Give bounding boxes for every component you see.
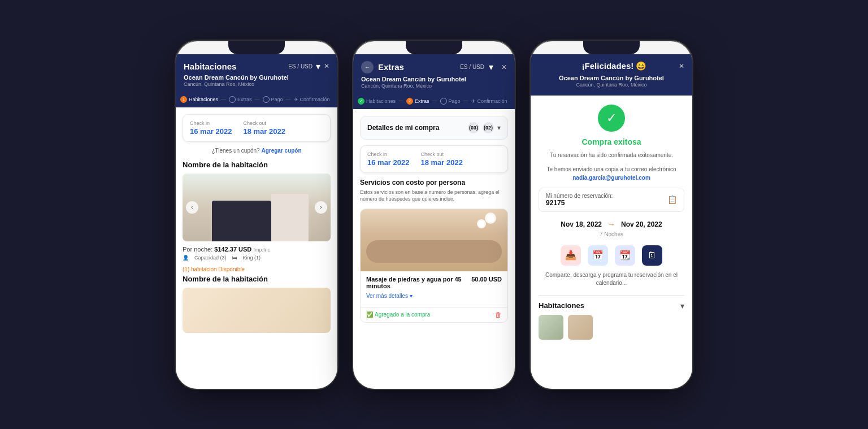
phone2-details-header: Detalles de mi compra (03) (02) ▾ <box>360 116 508 140</box>
phone-screen-2: ← Extras ES / USD ▾ ✕ Ocean Dream Cancún… <box>353 54 515 389</box>
phone2-count2: (02) <box>483 122 494 133</box>
phone2-lang[interactable]: ES / USD <box>460 64 484 70</box>
phone1-controls: ES / USD ▾ ✕ <box>288 61 329 72</box>
phone1-content: Check in 16 mar 2022 Check out 18 mar 20… <box>176 107 337 389</box>
step2-label-4: Confirmación <box>478 98 507 104</box>
phone2-checkout-value: 18 mar 2022 <box>420 158 462 167</box>
phone3-download-button[interactable]: 📥 <box>561 245 581 266</box>
phone1-room1-title: Nombre de la habitación <box>183 161 331 169</box>
phone2-count1: (03) <box>468 122 479 133</box>
phone3-hotel-name: Ocean Dream Cancún by Guruhotel <box>539 75 684 81</box>
phone2-added-text: Agregado a la compra <box>375 311 430 318</box>
phone1-steps: 1 Habitaciones — Extras — Pago — ✈ Confi… <box>176 93 337 107</box>
phone-extras: ← Extras ES / USD ▾ ✕ Ocean Dream Cancún… <box>352 40 516 390</box>
phone3-close-button[interactable]: ✕ <box>679 62 684 70</box>
phone2-service-name: Masaje de piedras y agua por 45 minutos <box>366 276 471 289</box>
phone1-checkin-label: Check in <box>190 120 232 126</box>
phone1-checkout: Check out 18 mar 2022 <box>243 120 285 136</box>
step-sep-3: — <box>286 96 291 103</box>
phone2-dates-card: Check in 16 mar 2022 Check out 18 mar 20… <box>360 145 508 173</box>
phone2-hotel-location: Cancún, Quintana Roo, México <box>361 83 507 89</box>
phone1-room-price: Por noche: $142.37 USD Imp.Inc <box>183 246 331 253</box>
phone2-service-image <box>361 209 507 271</box>
step-pago-1[interactable]: Pago <box>263 96 283 103</box>
phone1-carousel-left[interactable]: ‹ <box>186 201 198 214</box>
step-habitaciones-2[interactable]: ✓ Habitaciones <box>358 98 396 105</box>
phone2-expand-button[interactable]: ▾ <box>497 124 501 132</box>
step-label-4: Confirmación <box>300 97 330 102</box>
phone2-added-label: ✅ Agregado a la compra <box>366 311 430 318</box>
step-confirm-1[interactable]: ✈ Confirmación <box>294 96 330 103</box>
step-dot-1: 1 <box>180 96 187 103</box>
phone1-room1-image: ‹ › <box>183 174 331 241</box>
phone3-calendar1-button[interactable]: 📅 <box>588 245 608 266</box>
phone3-reservation-label: Mi número de reservación: <box>546 193 613 199</box>
phone2-checkin-label: Check in <box>367 151 409 157</box>
confirm-icon-2: ✈ <box>471 98 476 104</box>
step-confirm-2[interactable]: ✈ Confirmación <box>471 98 507 105</box>
phone1-header: Habitaciones ES / USD ▾ ✕ Ocean Dream Ca… <box>176 54 337 93</box>
phone1-coupon-text: ¿Tienes un cupón? <box>211 148 259 154</box>
bed-icon: 🛏 <box>232 255 237 261</box>
phone3-room-thumb-2 <box>568 315 593 340</box>
phone3-copy-button[interactable]: 📋 <box>667 195 677 204</box>
step-dot-2 <box>229 96 236 103</box>
phone2-details-title: Detalles de mi compra <box>367 124 439 132</box>
phone3-email: nadia.garcia@guruhotel.com <box>572 175 650 181</box>
step-habitaciones-1[interactable]: 1 Habitaciones <box>180 96 218 103</box>
chevron-down-icon: ▾ <box>316 61 320 72</box>
phone2-checkout: Check out 18 mar 2022 <box>420 151 462 167</box>
phone1-close-button[interactable]: ✕ <box>324 62 329 70</box>
chevron-down-icon-2: ▾ <box>489 62 493 72</box>
phone3-action-icons: 📥 📅 📆 🗓 <box>539 245 684 266</box>
phone3-success-text2: Te hemos enviado una copia a tu correo e… <box>539 165 684 182</box>
phone3-calendar3-button[interactable]: 🗓 <box>642 245 662 266</box>
phone3-hotel-location: Cancún, Quintana Roo, México <box>539 82 684 88</box>
phone3-success-icon: ✓ <box>598 105 625 132</box>
phone1-coupon-link[interactable]: Agregar cupón <box>261 148 301 154</box>
phone3-calendar2-button[interactable]: 📆 <box>615 245 635 266</box>
phone3-rooms-chevron[interactable]: ▾ <box>680 301 684 310</box>
phone-notch-3 <box>583 41 640 54</box>
step2-label-2: Extras <box>415 98 429 104</box>
step-pago-2[interactable]: Pago <box>440 98 461 105</box>
phone1-room-scene <box>183 174 331 241</box>
phone1-carousel-right[interactable]: › <box>315 201 327 214</box>
phone3-room-thumbs <box>539 315 684 340</box>
phone2-see-more-button[interactable]: Ver más detalles ▾ <box>366 293 502 299</box>
phone2-hotel-name: Ocean Dream Cancún by Guruhotel <box>361 76 507 83</box>
phone3-checkout-date: Nov 20, 2022 <box>621 220 662 228</box>
phone3-content: ✓ Compra exitosa Tu reservación ha sido … <box>531 96 692 389</box>
person-icon: 👤 <box>183 255 189 261</box>
phone3-dates-row: Nov 18, 2022 → Nov 20, 2022 <box>539 220 684 229</box>
phone2-delete-button[interactable]: 🗑 <box>495 311 502 319</box>
phone1-checkout-label: Check out <box>243 120 285 126</box>
phone2-added-row: ✅ Agregado a la compra 🗑 <box>361 307 507 322</box>
phone1-bed: King (1) <box>243 255 261 261</box>
phone1-lang[interactable]: ES / USD <box>288 63 313 70</box>
phone1-checkout-value: 18 mar 2022 <box>243 127 285 136</box>
phone2-back-button[interactable]: ← <box>361 61 374 73</box>
check-circle-icon: ✅ <box>366 311 373 318</box>
step-done-dot: ✓ <box>358 98 364 105</box>
phone1-coupon-row: ¿Tienes un cupón? Agregar cupón <box>183 148 331 154</box>
phone2-close-button[interactable]: ✕ <box>501 63 507 71</box>
phone1-hotel-location: Cancún, Quintana Roo, México <box>184 81 329 87</box>
arrow-right-icon: → <box>607 220 615 229</box>
phone-screen-3: ¡Felicidades! 😄 ✕ Ocean Dream Cancún by … <box>531 54 692 389</box>
step-extras-2[interactable]: 2 Extras <box>406 98 429 105</box>
phone-habitaciones: Habitaciones ES / USD ▾ ✕ Ocean Dream Ca… <box>175 40 338 390</box>
phone1-room-meta: 👤 Capacidad (3) 🛏 King (1) <box>183 255 331 261</box>
phone3-nights: 7 Noches <box>539 231 684 237</box>
step-label-2: Extras <box>237 97 252 102</box>
phone2-service-info: Masaje de piedras y agua por 45 minutos … <box>361 271 507 307</box>
phone3-success-text1: Tu reservación ha sido confirmada exitos… <box>539 151 684 159</box>
step-extras-1[interactable]: Extras <box>229 96 252 103</box>
see-more-label: Ver más detalles <box>366 293 408 299</box>
step2-active-dot: 2 <box>406 98 413 105</box>
phone2-steps: ✓ Habitaciones — 2 Extras — Pago — ✈ Con… <box>353 94 515 109</box>
confirm-icon-1: ✈ <box>294 97 298 102</box>
phone3-rooms-title: Habitaciones <box>539 301 584 310</box>
step-label-3: Pago <box>271 97 283 102</box>
phone1-checkin: Check in 16 mar 2022 <box>190 120 232 136</box>
